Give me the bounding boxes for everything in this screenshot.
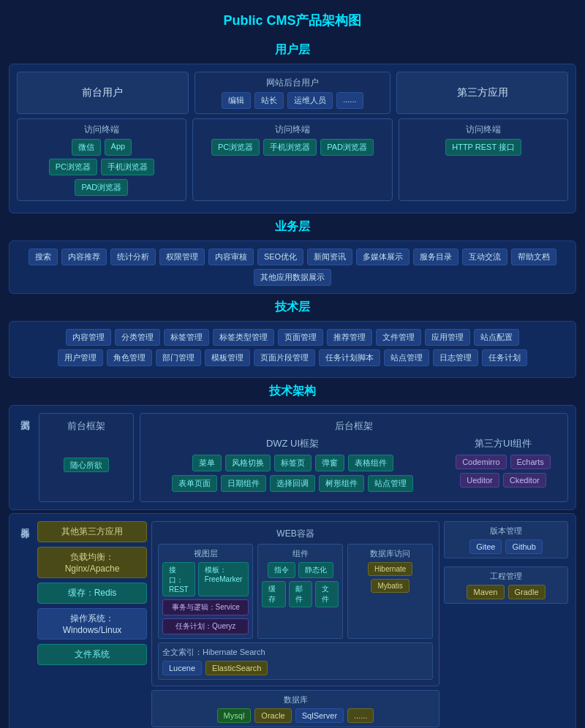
dwz-select-cb: 选择回调 (270, 475, 315, 492)
biz-news: 新闻资讯 (307, 249, 352, 265)
dwz-row1: 菜单 风格切换 标签页 弹窗 表格组件 (146, 455, 439, 471)
biz-auth: 权限管理 (159, 249, 205, 265)
dwz-title: DWZ UI框架 (146, 437, 439, 450)
fulltext-section: 全文索引：Hibernate Search Lucene ElasticSear… (158, 642, 433, 680)
dwz-date: 日期组件 (221, 475, 266, 492)
lucene-chip: Lucene (162, 661, 202, 675)
mid-terminal-pad: PAD浏览器 (320, 139, 374, 156)
main-title: Public CMS产品架构图 (0, 0, 585, 37)
back-framework-title: 后台框架 (146, 420, 562, 433)
tech-log-mgmt: 日志管理 (433, 349, 478, 366)
dwz-menu: 菜单 (192, 455, 222, 471)
suixin-chip: 随心所欲 (64, 458, 109, 472)
component-title: 组件 (262, 548, 339, 559)
echarts-chip: Echarts (510, 455, 551, 469)
cache-box: 缓存：Redis (37, 583, 147, 604)
tech-tag-type-mgmt: 标签类型管理 (213, 329, 274, 346)
user-layer-title: 用户层 (0, 42, 585, 58)
server-arch-section: 服务器 其他第三方应用 负载均衡：Nginx/Apache 缓存：Redis 操… (9, 513, 576, 728)
tech-user-mgmt: 用户管理 (58, 349, 103, 366)
tech-recommend-mgmt: 推荐管理 (327, 329, 372, 346)
dwz-dialog: 弹窗 (315, 455, 344, 471)
service-label-box: 事务与逻辑：Service (162, 599, 249, 615)
biz-review: 内容审核 (208, 249, 254, 265)
terminal-app: App (105, 139, 132, 156)
project-mgmt-title: 工程管理 (448, 571, 564, 582)
mid-terminal-pc: PC浏览器 (211, 139, 260, 156)
dwz-theme: 风格切换 (225, 455, 271, 471)
file-chip: 文件 (315, 581, 339, 607)
front-framework-box: 前台框架 随心所欲 (39, 413, 134, 502)
tech-row1: 内容管理 分类管理 标签管理 标签类型管理 页面管理 推荐管理 文件管理 应用管… (17, 329, 568, 346)
db-dots-chip: ...... (347, 708, 374, 723)
file-system-box: 文件系统 (37, 644, 147, 665)
directive-chip: 指令 (268, 562, 295, 578)
view-layer-panel: 视图层 接口：REST 模板：FreeMarker 事务与逻辑：Service … (158, 544, 253, 639)
third-party-ui-section: 第三方UI组件 Codemirro Echarts Ueditor Ckedit… (445, 437, 562, 496)
server-right-panel: 版本管理 Gitee Github 工程管理 Maven Gradle (444, 521, 568, 727)
server-label: 服务器 (17, 521, 33, 727)
role-admin: 站长 (254, 92, 284, 109)
third-party-ui-title: 第三方UI组件 (445, 437, 562, 450)
oracle-chip: Oracle (254, 708, 291, 723)
front-user-label: 前台用户 (82, 86, 123, 99)
biz-search: 搜索 (29, 249, 58, 265)
elasticsearch-chip: ElasticSearch (205, 661, 268, 675)
email-chip: 邮件 (289, 581, 312, 607)
role-editor: 编辑 (222, 92, 251, 109)
mid-terminal-title: 访问终端 (199, 124, 387, 136)
tech-layer-title: 技术层 (0, 300, 585, 315)
tech-content-mgmt: 内容管理 (66, 329, 111, 346)
biz-stats: 统计分析 (110, 249, 156, 265)
tech-arch-title: 技术架构 (0, 384, 585, 399)
github-chip: Github (505, 539, 542, 554)
dwz-row2: 表单页面 日期组件 选择回调 树形组件 站点管理 (146, 475, 439, 492)
tech-task-script: 任务计划脚本 (319, 349, 380, 366)
server-left-panel: 其他第三方应用 负载均衡：Nginx/Apache 缓存：Redis 操作系统：… (37, 521, 147, 727)
tech-site-mgmt: 站点管理 (384, 349, 429, 366)
server-middle-panel: WEB容器 视图层 接口：REST 模板：FreeMarker 事务与逻辑：Se… (151, 521, 439, 727)
mid-terminal-chips: PC浏览器 手机浏览器 PAD浏览器 (199, 139, 387, 156)
db-section-title: 数据库 (156, 694, 435, 705)
tech-layer-container: 内容管理 分类管理 标签管理 标签类型管理 页面管理 推荐管理 文件管理 应用管… (9, 321, 576, 378)
back-framework-box: 后台框架 DWZ UI框架 菜单 风格切换 标签页 弹窗 表格组件 表单页面 日… (140, 413, 568, 502)
tech-row2: 用户管理 角色管理 部门管理 模板管理 页面片段管理 任务计划脚本 站点管理 日… (17, 349, 568, 366)
load-balance-box: 负载均衡：Nginx/Apache (37, 547, 147, 578)
db-access-panel: 数据库访问 Hibernate Mybatis (347, 544, 433, 639)
mid-terminal-section: 访问终端 PC浏览器 手机浏览器 PAD浏览器 (192, 118, 393, 201)
tech-file-mgmt: 文件管理 (376, 329, 421, 346)
terminal-wechat: 微信 (72, 139, 101, 156)
ckeditor-chip: Ckeditor (503, 473, 546, 488)
back-framework-inner: DWZ UI框架 菜单 风格切换 标签页 弹窗 表格组件 表单页面 日期组件 选… (146, 437, 562, 496)
component-panel: 组件 指令 静态化 缓存 邮件 文件 (257, 544, 343, 639)
right-terminal-chips: HTTP REST 接口 (405, 139, 562, 156)
os-box: 操作系统：Windows/Linux (37, 608, 147, 640)
browser-arch-section: 浏览器 前台框架 随心所欲 后台框架 DWZ UI框架 菜单 风格切换 标签页 … (9, 405, 576, 510)
business-chips-row: 搜索 内容推荐 统计分析 权限管理 内容审核 SEO优化 新闻资讯 多媒体展示 … (17, 249, 568, 286)
cache-comp-chip: 缓存 (262, 581, 285, 607)
browser-arch-inner: 浏览器 前台框架 随心所欲 后台框架 DWZ UI框架 菜单 风格切换 标签页 … (17, 413, 568, 502)
tech-site-config: 站点配置 (474, 329, 519, 346)
static-chip: 静态化 (298, 562, 333, 578)
tech-page-mgmt: 页面管理 (278, 329, 323, 346)
terminal-pc: PC浏览器 (49, 159, 97, 175)
terminal-pad: PAD浏览器 (75, 179, 128, 196)
ueditor-chip: Ueditor (460, 473, 499, 488)
dwz-table: 表格组件 (348, 455, 393, 471)
front-framework-title: 前台框架 (67, 420, 105, 433)
gitee-chip: Gitee (469, 539, 502, 554)
mid-terminal-mobile: 手机浏览器 (263, 139, 317, 156)
biz-interact: 互动交流 (462, 249, 507, 265)
biz-content-recommend: 内容推荐 (61, 249, 107, 265)
business-layer-container: 搜索 内容推荐 统计分析 权限管理 内容审核 SEO优化 新闻资讯 多媒体展示 … (9, 240, 576, 294)
sqlserver-chip: SqlServer (295, 708, 344, 723)
maven-chip: Maven (467, 585, 504, 599)
biz-seo: SEO优化 (257, 249, 303, 265)
terminal-http-rest: HTTP REST 接口 (445, 139, 521, 156)
biz-service: 服务目录 (413, 249, 458, 265)
site-back-user-section: 网站后台用户 编辑 站长 运维人员 ...... (195, 72, 391, 114)
other-third-party-box: 其他第三方应用 (37, 521, 147, 542)
tech-app-mgmt: 应用管理 (425, 329, 470, 346)
project-mgmt-panel: 工程管理 Maven Gradle (444, 566, 568, 604)
view-layer-title: 视图层 (162, 548, 249, 559)
